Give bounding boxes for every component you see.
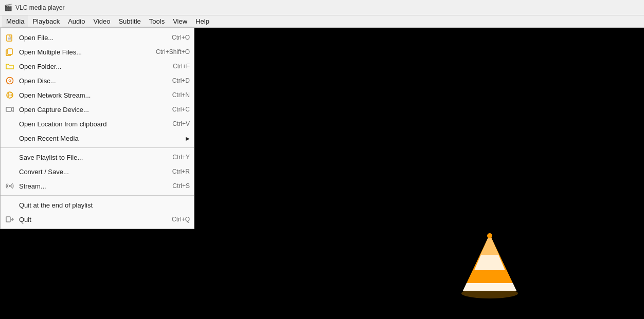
save-playlist-shortcut: Ctrl+Y: [172, 154, 190, 161]
menu-tools[interactable]: Tools: [145, 15, 169, 27]
open-disc-icon: [5, 76, 15, 86]
open-network-shortcut: Ctrl+N: [172, 91, 190, 99]
open-folder-icon: [5, 61, 15, 71]
title-bar-text: VLC media player: [15, 4, 64, 11]
open-folder-shortcut: Ctrl+F: [173, 63, 190, 70]
open-file-shortcut: Ctrl+O: [172, 34, 190, 41]
open-folder-item[interactable]: Open Folder... Ctrl+F: [1, 59, 194, 73]
open-multiple-item[interactable]: Open Multiple Files... Ctrl+Shift+O: [1, 45, 194, 59]
svg-point-14: [9, 80, 11, 82]
save-playlist-label: Save Playlist to File...: [19, 154, 172, 161]
open-file-label: Open File...: [19, 34, 172, 42]
app-icon: 🎬: [4, 4, 12, 12]
media-dropdown-menu: Open File... Ctrl+O Open Multiple Files.…: [0, 28, 194, 229]
menu-subtitle[interactable]: Subtitle: [114, 15, 145, 27]
save-playlist-icon: [5, 152, 15, 162]
stream-icon: [5, 181, 15, 191]
menu-video[interactable]: Video: [89, 15, 114, 27]
separator-1: [1, 147, 194, 148]
open-multiple-label: Open Multiple Files...: [19, 48, 156, 56]
menu-audio[interactable]: Audio: [64, 15, 89, 27]
svg-marker-5: [470, 270, 509, 283]
open-network-item[interactable]: Open Network Stream... Ctrl+N: [1, 88, 194, 102]
open-network-label: Open Network Stream...: [19, 91, 172, 99]
open-network-icon: [5, 90, 15, 100]
menu-bar: Media Playback Audio Video Subtitle Tool…: [0, 15, 644, 28]
quit-label: Quit: [19, 216, 172, 223]
open-location-label: Open Location from clipboard: [19, 120, 172, 128]
menu-playback[interactable]: Playback: [28, 15, 64, 27]
open-disc-label: Open Disc...: [19, 77, 172, 85]
stream-shortcut: Ctrl+S: [172, 182, 190, 190]
open-capture-icon: [5, 104, 15, 115]
open-folder-label: Open Folder...: [19, 63, 173, 70]
open-multiple-shortcut: Ctrl+Shift+O: [156, 48, 190, 55]
open-recent-icon: [5, 133, 15, 143]
svg-marker-19: [11, 107, 13, 111]
quit-end-item[interactable]: Quit at the end of playlist: [1, 198, 194, 212]
svg-rect-18: [6, 107, 11, 111]
open-location-shortcut: Ctrl+V: [172, 120, 190, 127]
svg-point-13: [7, 78, 13, 84]
svg-point-7: [487, 233, 492, 238]
convert-save-label: Convert / Save...: [19, 168, 172, 176]
svg-marker-4: [463, 283, 516, 291]
svg-rect-12: [8, 49, 12, 54]
quit-shortcut: Ctrl+Q: [172, 216, 190, 223]
save-playlist-item[interactable]: Save Playlist to File... Ctrl+Y: [1, 150, 194, 164]
quit-end-label: Quit at the end of playlist: [19, 201, 190, 209]
open-recent-item[interactable]: Open Recent Media ▶: [1, 131, 194, 145]
menu-view[interactable]: View: [169, 15, 191, 27]
open-capture-item[interactable]: Open Capture Device... Ctrl+C: [1, 102, 194, 117]
open-file-icon: [5, 32, 15, 43]
open-capture-label: Open Capture Device...: [19, 106, 172, 114]
menu-help[interactable]: Help: [191, 15, 213, 27]
open-location-icon: [5, 119, 15, 129]
stream-item[interactable]: Stream... Ctrl+S: [1, 179, 194, 193]
open-capture-shortcut: Ctrl+C: [172, 106, 190, 113]
convert-save-item[interactable]: Convert / Save... Ctrl+R: [1, 164, 194, 179]
separator-2: [1, 195, 194, 196]
open-file-item[interactable]: Open File... Ctrl+O: [1, 30, 194, 45]
svg-point-20: [9, 185, 11, 187]
open-location-item[interactable]: Open Location from clipboard Ctrl+V: [1, 117, 194, 131]
convert-save-icon: [5, 166, 15, 177]
quit-item[interactable]: Quit Ctrl+Q: [1, 212, 194, 227]
quit-end-icon: [5, 200, 15, 210]
open-recent-arrow: ▶: [186, 136, 190, 141]
open-disc-item[interactable]: Open Disc... Ctrl+D: [1, 73, 194, 88]
menu-media[interactable]: Media: [2, 15, 28, 27]
convert-save-shortcut: Ctrl+R: [172, 168, 190, 175]
stream-label: Stream...: [19, 182, 172, 190]
svg-rect-21: [6, 217, 10, 222]
vlc-cone: [459, 232, 521, 298]
title-bar: 🎬 VLC media player: [0, 0, 644, 15]
open-multiple-icon: [5, 47, 15, 57]
open-recent-label: Open Recent Media: [19, 135, 184, 142]
open-disc-shortcut: Ctrl+D: [172, 77, 190, 84]
quit-icon: [5, 214, 15, 224]
